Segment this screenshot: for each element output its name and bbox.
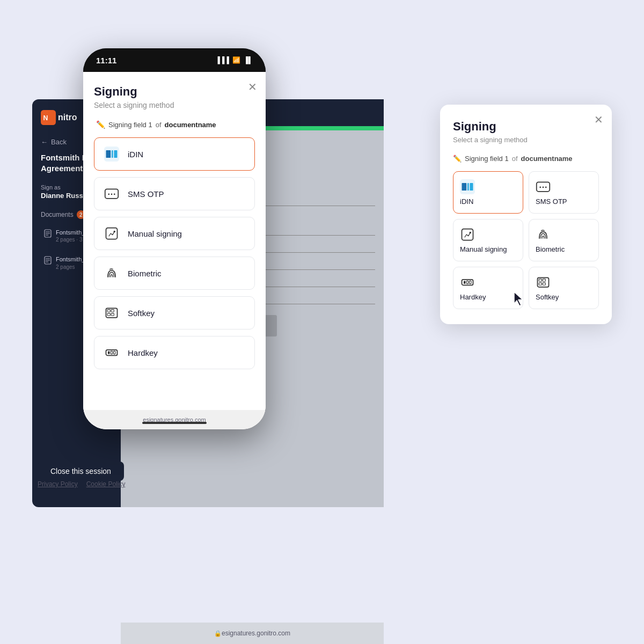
phone-status-bar: 11:11 ▐▐▐ 📶 ▐▌ — [83, 48, 266, 72]
mobile-signing-modal: ✕ Signing Select a signing method ✏️ Sig… — [83, 72, 266, 429]
svg-rect-28 — [114, 351, 116, 354]
browser-url-bar: 🔒 esignatures.gonitro.com — [121, 623, 384, 644]
desktop-method-item-softkey[interactable]: Softkey — [529, 267, 599, 309]
svg-rect-37 — [462, 229, 473, 240]
phone-home-indicator — [142, 422, 207, 424]
svg-point-17 — [114, 194, 115, 195]
svg-point-16 — [111, 194, 113, 195]
desktop-method-label-biometric: Biometric — [536, 245, 565, 253]
desktop-biometric-icon — [536, 227, 551, 242]
desktop-method-item-biometric[interactable]: Biometric — [529, 219, 599, 261]
svg-point-19 — [114, 231, 116, 233]
method-label-softkey: Softkey — [128, 309, 155, 318]
desktop-hardkey-icon — [460, 275, 475, 290]
hardkey-icon — [103, 344, 120, 361]
method-item-idin[interactable]: iDIN — [94, 137, 255, 171]
method-label-manual: Manual signing — [128, 229, 182, 238]
phone-device: 11:11 ▐▐▐ 📶 ▐▌ ✕ Signing Select a signin… — [83, 48, 266, 445]
desktop-panel-subtitle: Select a signing method — [453, 136, 599, 144]
close-session-button[interactable]: Close this session — [38, 462, 124, 481]
biometric-icon — [103, 265, 120, 282]
wifi-icon: 📶 — [232, 56, 240, 64]
svg-point-34 — [539, 187, 541, 188]
softkey-icon — [103, 304, 120, 321]
back-arrow-icon: ← — [41, 138, 48, 146]
method-item-manual[interactable]: Manual signing — [94, 217, 255, 250]
svg-rect-47 — [543, 283, 545, 285]
phone-browser-bar: esignatures.gonitro.com — [83, 410, 266, 429]
svg-rect-32 — [470, 183, 473, 191]
svg-rect-21 — [107, 310, 110, 312]
svg-rect-41 — [466, 281, 469, 283]
desktop-field-indicator: ✏️ Signing field 1 of documentname — [453, 155, 599, 163]
desktop-method-label-sms-otp: SMS OTP — [536, 197, 567, 206]
url-text: esignatures.gonitro.com — [222, 630, 290, 637]
phone-status-icons: ▐▐▐ 📶 ▐▌ — [215, 56, 253, 64]
sms-otp-icon — [103, 185, 120, 202]
desktop-panel-title: Signing — [453, 120, 599, 134]
svg-rect-44 — [539, 279, 541, 281]
mobile-modal-title: Signing — [94, 85, 255, 99]
document-icon — [44, 229, 52, 238]
desktop-signing-panel: ✕ Signing Select a signing method ✏️ Sig… — [440, 105, 612, 324]
privacy-policy-link[interactable]: Privacy Policy — [38, 480, 78, 488]
cookie-policy-link[interactable]: Cookie Policy — [86, 480, 126, 488]
svg-rect-40 — [464, 281, 466, 283]
pencil-icon: ✏️ — [96, 120, 105, 129]
desktop-method-label-hardkey: Hardkey — [460, 293, 486, 301]
method-label-hardkey: Hardkey — [128, 348, 158, 357]
svg-rect-12 — [112, 150, 113, 158]
desktop-method-item-sms-otp[interactable]: SMS OTP — [529, 171, 599, 214]
svg-rect-24 — [111, 313, 114, 316]
svg-rect-30 — [462, 183, 467, 191]
method-list: iDIN SMS OTP — [94, 137, 255, 369]
phone-frame: 11:11 ▐▐▐ 📶 ▐▌ ✕ Signing Select a signin… — [83, 48, 266, 429]
method-label-sms-otp: SMS OTP — [128, 189, 164, 199]
battery-icon: ▐▌ — [244, 56, 253, 64]
method-label-idin: iDIN — [128, 150, 143, 159]
phone-screen: ✕ Signing Select a signing method ✏️ Sig… — [83, 72, 266, 429]
method-item-hardkey[interactable]: Hardkey — [94, 336, 255, 369]
desktop-method-label-softkey: Softkey — [536, 293, 559, 301]
svg-point-15 — [108, 194, 109, 195]
field-indicator: ✏️ Signing field 1 of documentname — [94, 120, 255, 129]
desktop-softkey-icon — [536, 275, 551, 290]
method-item-softkey[interactable]: Softkey — [94, 296, 255, 330]
svg-point-38 — [470, 232, 472, 234]
desktop-manual-icon — [460, 227, 475, 242]
svg-rect-22 — [111, 310, 114, 312]
svg-rect-45 — [543, 279, 545, 281]
svg-rect-11 — [106, 150, 111, 158]
manual-signing-icon — [103, 225, 120, 242]
mobile-modal-subtitle: Select a signing method — [94, 101, 255, 109]
svg-rect-23 — [107, 313, 110, 316]
desktop-method-item-idin[interactable]: iDIN — [453, 171, 523, 214]
document-icon — [44, 256, 52, 265]
desktop-panel-close-button[interactable]: ✕ — [594, 113, 603, 126]
nitro-wordmark: nitro — [58, 113, 77, 122]
method-item-biometric[interactable]: Biometric — [94, 257, 255, 290]
svg-rect-27 — [111, 351, 113, 354]
method-item-sms-otp[interactable]: SMS OTP — [94, 177, 255, 210]
desktop-method-label-idin: iDIN — [460, 197, 473, 206]
desktop-pencil-icon: ✏️ — [453, 155, 462, 163]
svg-point-36 — [545, 187, 547, 188]
svg-rect-18 — [106, 228, 118, 239]
svg-text:N: N — [43, 114, 48, 122]
method-label-biometric: Biometric — [128, 269, 162, 278]
phone-time: 11:11 — [96, 56, 116, 65]
desktop-sms-otp-icon — [536, 179, 551, 194]
signal-icon: ▐▐▐ — [215, 56, 229, 64]
svg-rect-42 — [470, 281, 472, 283]
svg-point-35 — [543, 187, 544, 188]
svg-rect-46 — [539, 283, 541, 285]
desktop-method-item-manual[interactable]: Manual signing — [453, 219, 523, 261]
footer-links: Privacy Policy Cookie Policy — [38, 480, 125, 488]
svg-rect-31 — [467, 183, 469, 191]
svg-rect-26 — [108, 351, 110, 354]
desktop-method-grid: iDIN SMS OTP Manu — [453, 171, 599, 309]
desktop-method-item-hardkey[interactable]: Hardkey — [453, 267, 523, 309]
desktop-method-label-manual: Manual signing — [460, 245, 507, 253]
idin-icon — [103, 145, 120, 163]
mobile-modal-close-button[interactable]: ✕ — [248, 80, 257, 93]
